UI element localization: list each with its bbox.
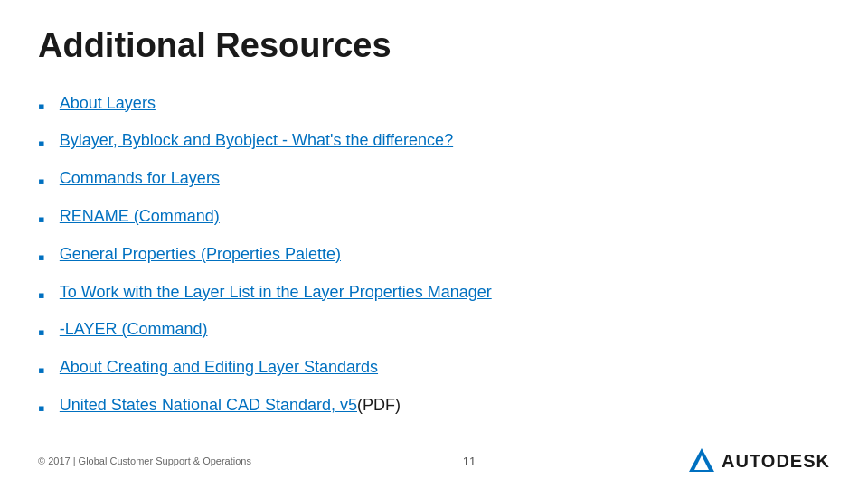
page-title: Additional Resources — [38, 25, 830, 67]
list-item: ▪-LAYER (Command) — [38, 318, 830, 347]
resource-extra-text: (PDF) — [357, 394, 401, 417]
bullet-icon: ▪ — [38, 130, 45, 158]
resource-link[interactable]: About Creating and Editing Layer Standar… — [60, 356, 378, 379]
resource-link[interactable]: About Layers — [60, 92, 156, 115]
list-item: ▪General Properties (Properties Palette) — [38, 243, 830, 272]
bullet-icon: ▪ — [38, 395, 45, 423]
list-item: ▪RENAME (Command) — [38, 205, 830, 234]
resource-link[interactable]: Commands for Layers — [60, 167, 220, 190]
bullet-icon: ▪ — [38, 357, 45, 385]
list-item: ▪United States National CAD Standard, v5… — [38, 394, 830, 423]
footer-page-number: 11 — [463, 455, 476, 468]
resource-link[interactable]: United States National CAD Standard, v5 — [60, 394, 357, 417]
bullet-icon: ▪ — [38, 244, 45, 272]
resource-link[interactable]: RENAME (Command) — [60, 205, 220, 228]
autodesk-brand-text: AUTODESK — [722, 451, 830, 472]
list-item: ▪To Work with the Layer List in the Laye… — [38, 281, 830, 310]
bullet-icon: ▪ — [38, 206, 45, 234]
list-item: ▪Commands for Layers — [38, 167, 830, 196]
autodesk-logo: AUTODESK — [687, 446, 830, 475]
autodesk-logo-icon — [687, 446, 716, 475]
bullet-icon: ▪ — [38, 168, 45, 196]
bullet-icon: ▪ — [38, 319, 45, 347]
resource-link[interactable]: To Work with the Layer List in the Layer… — [60, 281, 492, 304]
resources-list: ▪About Layers▪Bylayer, Byblock and Byobj… — [38, 92, 830, 423]
list-item: ▪Bylayer, Byblock and Byobject - What's … — [38, 129, 830, 158]
footer: © 2017 | Global Customer Support & Opera… — [0, 446, 868, 475]
main-content: Additional Resources ▪About Layers▪Bylay… — [0, 0, 868, 450]
list-item: ▪About Layers — [38, 92, 830, 121]
footer-copyright: © 2017 | Global Customer Support & Opera… — [38, 455, 251, 466]
resource-link[interactable]: General Properties (Properties Palette) — [60, 243, 341, 266]
bullet-icon: ▪ — [38, 93, 45, 121]
resource-link[interactable]: -LAYER (Command) — [60, 318, 208, 341]
bullet-icon: ▪ — [38, 282, 45, 310]
resource-link[interactable]: Bylayer, Byblock and Byobject - What's t… — [60, 129, 453, 152]
list-item: ▪About Creating and Editing Layer Standa… — [38, 356, 830, 385]
